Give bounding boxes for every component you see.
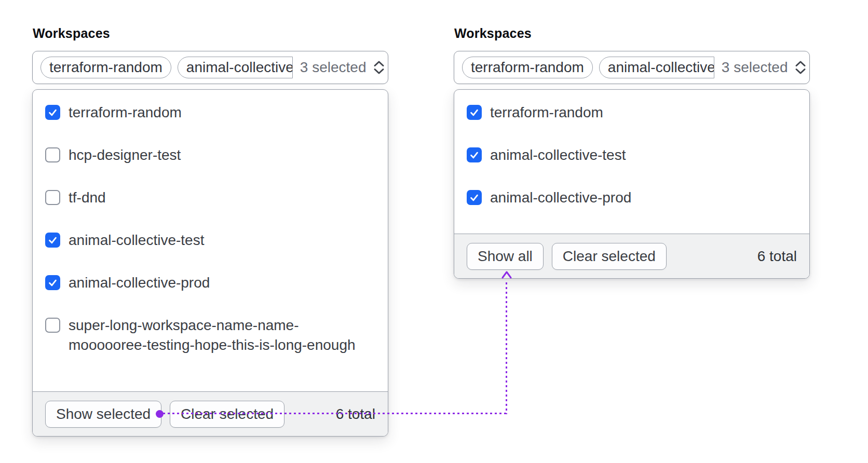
multiselect-trigger[interactable]: terraform-random animal-collective 3 sel… xyxy=(32,51,388,84)
workspace-options-list: terraform-random hcp-designer-test xyxy=(33,90,388,355)
checkbox[interactable] xyxy=(467,147,482,162)
selected-pill: terraform-random xyxy=(462,57,593,78)
workspace-option[interactable]: terraform-random xyxy=(45,103,375,122)
checkbox[interactable] xyxy=(467,105,482,120)
checkbox[interactable] xyxy=(45,147,60,162)
workspace-option-label: animal-collective-prod xyxy=(69,273,210,293)
workspace-option[interactable]: tf-dnd xyxy=(45,188,375,208)
clear-selected-button[interactable]: Clear selected xyxy=(552,243,667,270)
check-icon xyxy=(48,107,58,117)
checkbox[interactable] xyxy=(467,190,482,205)
checkbox[interactable] xyxy=(45,318,60,333)
dropdown-card: terraform-random animal-collective-test xyxy=(454,89,810,279)
check-icon xyxy=(469,107,479,117)
workspace-option-label: super-long-workspace-name-name-moooooree… xyxy=(69,316,369,355)
selected-count: 3 selected xyxy=(722,59,788,76)
checkbox[interactable] xyxy=(45,233,60,248)
caret-sort-icon xyxy=(372,60,386,75)
checkbox[interactable] xyxy=(45,190,60,205)
caret-sort-icon xyxy=(794,60,807,75)
selected-pill-clipped: animal-collective xyxy=(178,57,293,78)
workspace-option[interactable]: animal-collective-prod xyxy=(467,188,797,208)
multiselect-trigger[interactable]: terraform-random animal-collective 3 sel… xyxy=(454,51,810,84)
total-count: 6 total xyxy=(757,248,797,265)
selected-pill: terraform-random xyxy=(40,57,171,78)
workspace-option[interactable]: animal-collective-test xyxy=(45,230,375,250)
workspace-option-label: animal-collective-test xyxy=(490,145,626,165)
workspace-option[interactable]: super-long-workspace-name-name-moooooree… xyxy=(45,316,375,355)
checkbox[interactable] xyxy=(45,275,60,290)
selected-pill-clipped: animal-collective xyxy=(599,57,714,78)
canvas: Workspaces terraform-random animal-colle… xyxy=(0,0,868,463)
selected-count: 3 selected xyxy=(300,59,367,76)
checkbox[interactable] xyxy=(45,105,60,120)
connector-horizontal-line xyxy=(163,413,507,414)
workspace-option-label: tf-dnd xyxy=(69,188,106,208)
workspace-option[interactable]: animal-collective-test xyxy=(467,145,797,165)
show-selected-button[interactable]: Show selected xyxy=(45,401,161,428)
check-icon xyxy=(469,193,479,202)
workspace-option-label: hcp-designer-test xyxy=(69,145,181,165)
workspace-options-list: terraform-random animal-collective-test xyxy=(454,90,809,208)
check-icon xyxy=(469,150,479,160)
connector-origin-dot xyxy=(156,410,164,418)
dropdown-card: terraform-random hcp-designer-test xyxy=(32,89,388,437)
workspace-option[interactable]: animal-collective-prod xyxy=(45,273,375,293)
field-label: Workspaces xyxy=(454,26,532,41)
field-label: Workspaces xyxy=(33,26,110,41)
workspace-option-label: terraform-random xyxy=(490,103,603,122)
workspace-option-label: animal-collective-test xyxy=(69,230,204,250)
workspace-option-label: animal-collective-prod xyxy=(490,188,631,208)
workspace-option[interactable]: hcp-designer-test xyxy=(45,145,375,165)
check-icon xyxy=(48,235,58,245)
show-all-button[interactable]: Show all xyxy=(467,243,544,270)
check-icon xyxy=(48,278,58,288)
arrow-up-icon xyxy=(501,270,512,281)
connector-vertical-line xyxy=(506,282,507,414)
workspace-option[interactable]: terraform-random xyxy=(467,103,797,122)
workspace-option-label: terraform-random xyxy=(69,103,182,122)
